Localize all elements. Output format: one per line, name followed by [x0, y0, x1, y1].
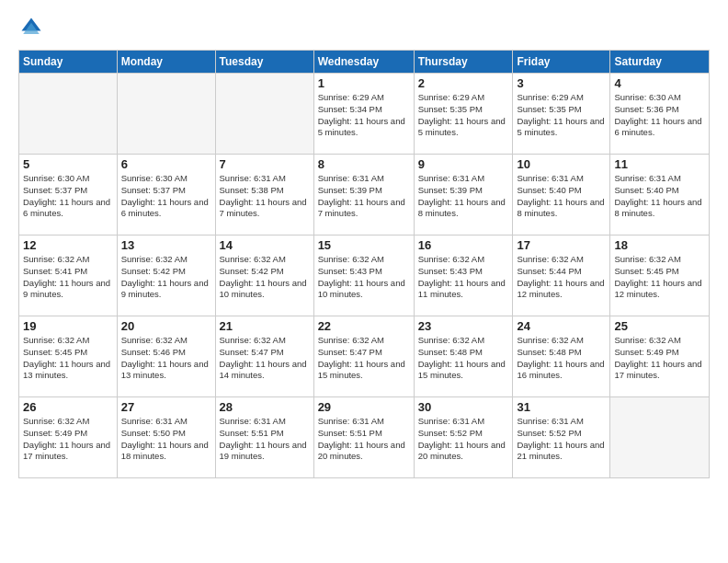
day-info: Sunrise: 6:32 AMSunset: 5:41 PMDaylight:… [23, 254, 113, 301]
calendar-cell: 14Sunrise: 6:32 AMSunset: 5:42 PMDayligh… [215, 236, 313, 316]
day-number: 15 [318, 238, 410, 252]
calendar-cell: 4Sunrise: 6:30 AMSunset: 5:36 PMDaylight… [610, 74, 710, 155]
day-info: Sunrise: 6:30 AMSunset: 5:36 PMDaylight:… [614, 92, 705, 139]
calendar-cell: 6Sunrise: 6:30 AMSunset: 5:37 PMDaylight… [117, 155, 215, 236]
day-info: Sunrise: 6:31 AMSunset: 5:39 PMDaylight:… [418, 173, 509, 220]
day-number: 16 [418, 238, 509, 252]
page: SundayMondayTuesdayWednesdayThursdayFrid… [0, 0, 728, 488]
day-info: Sunrise: 6:32 AMSunset: 5:48 PMDaylight:… [418, 335, 509, 382]
weekday-header-saturday: Saturday [610, 51, 710, 74]
calendar-cell [215, 74, 313, 155]
day-info: Sunrise: 6:32 AMSunset: 5:42 PMDaylight:… [121, 254, 211, 301]
calendar-cell: 13Sunrise: 6:32 AMSunset: 5:42 PMDayligh… [117, 236, 215, 316]
day-info: Sunrise: 6:31 AMSunset: 5:40 PMDaylight:… [517, 173, 606, 220]
day-info: Sunrise: 6:29 AMSunset: 5:34 PMDaylight:… [318, 92, 410, 139]
day-number: 26 [23, 400, 113, 414]
day-number: 31 [517, 400, 606, 414]
calendar-cell: 23Sunrise: 6:32 AMSunset: 5:48 PMDayligh… [414, 316, 513, 397]
calendar-cell: 26Sunrise: 6:32 AMSunset: 5:49 PMDayligh… [19, 397, 118, 478]
calendar-cell [19, 74, 118, 155]
day-number: 17 [517, 238, 606, 252]
day-number: 1 [318, 76, 410, 90]
day-info: Sunrise: 6:32 AMSunset: 5:47 PMDaylight:… [220, 335, 310, 382]
header [18, 15, 710, 40]
day-number: 23 [418, 319, 509, 333]
day-number: 6 [121, 157, 211, 171]
day-number: 7 [220, 157, 310, 171]
week-row-4: 19Sunrise: 6:32 AMSunset: 5:45 PMDayligh… [19, 316, 710, 397]
logo-icon [18, 15, 44, 40]
calendar-cell: 9Sunrise: 6:31 AMSunset: 5:39 PMDaylight… [414, 155, 513, 236]
day-number: 28 [220, 400, 310, 414]
calendar-cell: 2Sunrise: 6:29 AMSunset: 5:35 PMDaylight… [414, 74, 513, 155]
day-info: Sunrise: 6:31 AMSunset: 5:52 PMDaylight:… [517, 416, 606, 463]
calendar-cell: 11Sunrise: 6:31 AMSunset: 5:40 PMDayligh… [610, 155, 710, 236]
weekday-header-tuesday: Tuesday [215, 51, 313, 74]
calendar-cell: 12Sunrise: 6:32 AMSunset: 5:41 PMDayligh… [19, 236, 118, 316]
calendar-cell: 15Sunrise: 6:32 AMSunset: 5:43 PMDayligh… [313, 236, 414, 316]
day-number: 12 [23, 238, 113, 252]
day-info: Sunrise: 6:31 AMSunset: 5:51 PMDaylight:… [220, 416, 310, 463]
day-number: 19 [23, 319, 113, 333]
day-number: 13 [121, 238, 211, 252]
weekday-header-sunday: Sunday [19, 51, 118, 74]
day-info: Sunrise: 6:31 AMSunset: 5:38 PMDaylight:… [220, 173, 310, 220]
calendar-cell: 27Sunrise: 6:31 AMSunset: 5:50 PMDayligh… [117, 397, 215, 478]
day-number: 8 [318, 157, 410, 171]
calendar-cell: 10Sunrise: 6:31 AMSunset: 5:40 PMDayligh… [513, 155, 610, 236]
calendar-cell: 30Sunrise: 6:31 AMSunset: 5:52 PMDayligh… [414, 397, 513, 478]
calendar-cell: 5Sunrise: 6:30 AMSunset: 5:37 PMDaylight… [19, 155, 118, 236]
day-info: Sunrise: 6:29 AMSunset: 5:35 PMDaylight:… [517, 92, 606, 139]
day-info: Sunrise: 6:32 AMSunset: 5:49 PMDaylight:… [614, 335, 705, 382]
calendar-cell: 31Sunrise: 6:31 AMSunset: 5:52 PMDayligh… [513, 397, 610, 478]
calendar-cell [117, 74, 215, 155]
day-info: Sunrise: 6:32 AMSunset: 5:46 PMDaylight:… [121, 335, 211, 382]
day-info: Sunrise: 6:32 AMSunset: 5:42 PMDaylight:… [220, 254, 310, 301]
calendar-cell: 18Sunrise: 6:32 AMSunset: 5:45 PMDayligh… [610, 236, 710, 316]
calendar-cell: 21Sunrise: 6:32 AMSunset: 5:47 PMDayligh… [215, 316, 313, 397]
day-number: 3 [517, 76, 606, 90]
day-info: Sunrise: 6:32 AMSunset: 5:45 PMDaylight:… [614, 254, 705, 301]
weekday-header-monday: Monday [117, 51, 215, 74]
day-info: Sunrise: 6:32 AMSunset: 5:49 PMDaylight:… [23, 416, 113, 463]
day-number: 2 [418, 76, 509, 90]
day-info: Sunrise: 6:31 AMSunset: 5:50 PMDaylight:… [121, 416, 211, 463]
day-number: 21 [220, 319, 310, 333]
day-number: 18 [614, 238, 705, 252]
calendar-cell: 1Sunrise: 6:29 AMSunset: 5:34 PMDaylight… [313, 74, 414, 155]
day-number: 22 [318, 319, 410, 333]
day-info: Sunrise: 6:31 AMSunset: 5:51 PMDaylight:… [318, 416, 410, 463]
weekday-header-wednesday: Wednesday [313, 51, 414, 74]
day-info: Sunrise: 6:30 AMSunset: 5:37 PMDaylight:… [23, 173, 113, 220]
weekday-header-friday: Friday [513, 51, 610, 74]
logo [18, 15, 48, 40]
week-row-5: 26Sunrise: 6:32 AMSunset: 5:49 PMDayligh… [19, 397, 710, 478]
calendar-cell: 3Sunrise: 6:29 AMSunset: 5:35 PMDaylight… [513, 74, 610, 155]
day-info: Sunrise: 6:32 AMSunset: 5:45 PMDaylight:… [23, 335, 113, 382]
calendar-table: SundayMondayTuesdayWednesdayThursdayFrid… [18, 50, 710, 478]
calendar-cell: 25Sunrise: 6:32 AMSunset: 5:49 PMDayligh… [610, 316, 710, 397]
day-number: 20 [121, 319, 211, 333]
day-number: 14 [220, 238, 310, 252]
calendar-cell: 20Sunrise: 6:32 AMSunset: 5:46 PMDayligh… [117, 316, 215, 397]
calendar-cell: 8Sunrise: 6:31 AMSunset: 5:39 PMDaylight… [313, 155, 414, 236]
day-info: Sunrise: 6:31 AMSunset: 5:52 PMDaylight:… [418, 416, 509, 463]
day-info: Sunrise: 6:32 AMSunset: 5:48 PMDaylight:… [517, 335, 606, 382]
calendar-cell: 24Sunrise: 6:32 AMSunset: 5:48 PMDayligh… [513, 316, 610, 397]
day-number: 30 [418, 400, 509, 414]
day-number: 27 [121, 400, 211, 414]
calendar-cell: 17Sunrise: 6:32 AMSunset: 5:44 PMDayligh… [513, 236, 610, 316]
calendar-cell: 28Sunrise: 6:31 AMSunset: 5:51 PMDayligh… [215, 397, 313, 478]
calendar-cell: 19Sunrise: 6:32 AMSunset: 5:45 PMDayligh… [19, 316, 118, 397]
day-number: 24 [517, 319, 606, 333]
calendar-cell: 16Sunrise: 6:32 AMSunset: 5:43 PMDayligh… [414, 236, 513, 316]
day-number: 25 [614, 319, 705, 333]
day-info: Sunrise: 6:32 AMSunset: 5:47 PMDaylight:… [318, 335, 410, 382]
day-info: Sunrise: 6:32 AMSunset: 5:43 PMDaylight:… [318, 254, 410, 301]
day-info: Sunrise: 6:31 AMSunset: 5:40 PMDaylight:… [614, 173, 705, 220]
day-number: 11 [614, 157, 705, 171]
day-number: 10 [517, 157, 606, 171]
day-info: Sunrise: 6:30 AMSunset: 5:37 PMDaylight:… [121, 173, 211, 220]
calendar-cell [610, 397, 710, 478]
week-row-2: 5Sunrise: 6:30 AMSunset: 5:37 PMDaylight… [19, 155, 710, 236]
